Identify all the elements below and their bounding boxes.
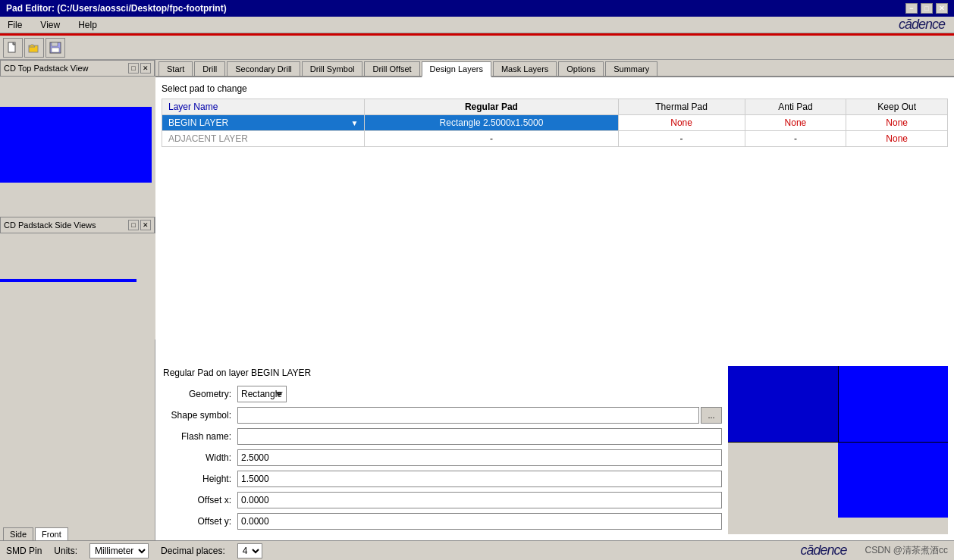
col-keep-out: Keep Out — [846, 99, 948, 115]
content-spacer — [162, 153, 948, 366]
begin-regular-pad-cell[interactable]: Rectangle 2.5000x1.5000 — [365, 115, 618, 131]
adj-regular-pad-cell[interactable]: - — [365, 131, 618, 147]
col-layer-name: Layer Name — [162, 99, 365, 115]
adj-anti-pad-cell[interactable]: - — [745, 131, 846, 147]
side-view-close[interactable]: ✕ — [140, 220, 151, 230]
tab-start[interactable]: Start — [158, 61, 193, 76]
decimal-places-select[interactable]: 4 2 3 5 — [237, 543, 262, 558]
geometry-select[interactable]: Rectangle Circle Oblong Square — [237, 386, 287, 402]
preview-panel — [728, 366, 948, 534]
minimize-button[interactable]: − — [905, 3, 918, 14]
top-view-blue-rect — [0, 107, 152, 183]
adj-layer-name-cell[interactable]: ADJACENT LAYER — [162, 131, 365, 147]
title-bar: Pad Editor: (C:/Users/aossci/Desktop/fpc… — [0, 0, 954, 17]
tab-drill-offset[interactable]: Drill Offset — [364, 61, 419, 76]
content-area: Select pad to change Layer Name Regular … — [155, 77, 954, 540]
units-select[interactable]: Millimeter Inch Micron — [89, 543, 149, 558]
tab-options[interactable]: Options — [558, 61, 604, 76]
status-bar: SMD Pin Units: Millimeter Inch Micron De… — [0, 540, 954, 560]
pad-table-section: Select pad to change Layer Name Regular … — [162, 83, 948, 147]
height-row: Height: — [162, 471, 722, 487]
left-view-tabs: Side Front — [0, 524, 155, 540]
save-button[interactable] — [46, 38, 65, 58]
tab-mask-layers[interactable]: Mask Layers — [493, 61, 557, 76]
top-view-header: CD Top Padstack View □ ✕ — [0, 60, 155, 77]
tab-design-layers[interactable]: Design Layers — [422, 61, 491, 77]
shape-symbol-row: Shape symbol: ... — [162, 407, 722, 424]
tab-summary[interactable]: Summary — [605, 61, 657, 76]
left-panel: CD Top Padstack View □ ✕ CD Padstack Sid… — [0, 60, 155, 540]
side-view-minimize[interactable]: □ — [128, 220, 139, 230]
main-layout: CD Top Padstack View □ ✕ CD Padstack Sid… — [0, 60, 954, 540]
decimal-places-label: Decimal places: — [161, 546, 225, 556]
begin-layer-name-cell[interactable]: BEGIN LAYER ▼ — [162, 115, 365, 131]
begin-anti-pad-cell[interactable]: None — [745, 115, 846, 131]
col-thermal-pad: Thermal Pad — [618, 99, 745, 115]
maximize-button[interactable]: □ — [921, 3, 933, 14]
offset-x-input[interactable] — [237, 492, 722, 508]
pad-table: Layer Name Regular Pad Thermal Pad Anti … — [162, 99, 948, 147]
top-view-close[interactable]: ✕ — [140, 63, 151, 74]
offset-x-label: Offset x: — [162, 495, 237, 505]
close-button[interactable]: ✕ — [936, 3, 948, 14]
menu-view[interactable]: View — [36, 18, 64, 32]
svg-rect-4 — [52, 42, 58, 46]
menu-help[interactable]: Help — [74, 18, 102, 32]
tab-front[interactable]: Front — [35, 527, 68, 540]
top-view-title: CD Top Padstack View — [4, 64, 88, 73]
top-view-controls: □ ✕ — [128, 63, 151, 74]
begin-keep-out-cell[interactable]: None — [846, 115, 948, 131]
preview-blue-top-right — [838, 366, 948, 442]
tab-side[interactable]: Side — [3, 527, 33, 540]
begin-thermal-pad-cell[interactable]: None — [618, 115, 745, 131]
csdn-label: CSDN @清茶煮酒cc — [865, 544, 948, 557]
geometry-row: Geometry: Rectangle Circle Oblong Square — [162, 386, 722, 402]
tab-secondary-drill[interactable]: Secondary Drill — [227, 61, 300, 76]
app-title: Pad Editor: (C:/Users/aossci/Desktop/fpc… — [6, 3, 227, 14]
side-view-blue-line — [0, 279, 137, 282]
window-controls: − □ ✕ — [905, 3, 948, 14]
form-left: Regular Pad on layer BEGIN LAYER Geometr… — [162, 366, 722, 534]
table-row[interactable]: BEGIN LAYER ▼ Rectangle 2.5000x1.5000 No… — [162, 115, 948, 131]
units-label: Units: — [54, 546, 77, 556]
offset-y-input[interactable] — [237, 513, 722, 530]
top-view-canvas — [0, 77, 155, 217]
svg-rect-5 — [52, 48, 59, 52]
tab-drill[interactable]: Drill — [194, 61, 225, 76]
width-label: Width: — [162, 452, 237, 463]
form-section: Regular Pad on layer BEGIN LAYER Geometr… — [162, 366, 948, 534]
select-pad-label: Select pad to change — [162, 83, 948, 94]
offset-y-label: Offset y: — [162, 516, 237, 527]
height-input[interactable] — [237, 471, 722, 487]
shape-symbol-field: ... — [237, 407, 722, 424]
browse-button[interactable]: ... — [701, 407, 722, 424]
flash-name-input[interactable] — [237, 428, 722, 445]
adj-thermal-pad-cell[interactable]: - — [618, 131, 745, 147]
table-row[interactable]: ADJACENT LAYER - - - None — [162, 131, 948, 147]
top-view-minimize[interactable]: □ — [128, 63, 139, 74]
height-label: Height: — [162, 474, 237, 484]
cadence-logo: cādence — [800, 543, 846, 558]
shape-symbol-input[interactable] — [237, 407, 699, 424]
begin-layer-text: BEGIN LAYER — [168, 117, 228, 128]
adj-keep-out-cell[interactable]: None — [846, 131, 948, 147]
flash-name-label: Flash name: — [162, 431, 237, 442]
pin-type-label: SMD Pin — [6, 546, 42, 556]
geometry-field: Rectangle Circle Oblong Square — [237, 386, 722, 402]
flash-name-row: Flash name: — [162, 428, 722, 445]
left-spacer — [0, 339, 155, 524]
side-view-title: CD Padstack Side Views — [4, 221, 96, 230]
begin-layer-dropdown-icon[interactable]: ▼ — [350, 119, 358, 127]
new-button[interactable] — [3, 38, 23, 58]
preview-canvas — [728, 366, 948, 518]
side-view-header: CD Padstack Side Views □ ✕ — [0, 217, 155, 233]
open-button[interactable] — [24, 38, 44, 58]
width-input[interactable] — [237, 449, 722, 466]
side-view-canvas — [0, 233, 155, 339]
preview-blue-bottom-right — [838, 443, 948, 518]
tab-strip: Start Drill Secondary Drill Drill Symbol… — [155, 60, 954, 77]
side-view-controls: □ ✕ — [128, 220, 151, 230]
tab-drill-symbol[interactable]: Drill Symbol — [302, 61, 363, 76]
menu-bar: File View Help cādence — [0, 17, 954, 33]
menu-file[interactable]: File — [3, 18, 27, 32]
